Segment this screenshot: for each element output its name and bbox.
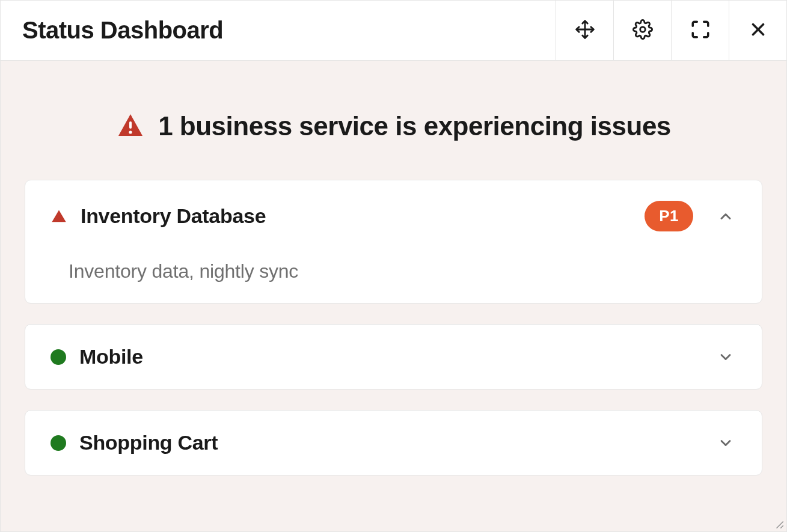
status-ok-icon	[51, 349, 66, 365]
svg-line-8	[780, 525, 783, 528]
service-row[interactable]: Shopping Cart	[51, 431, 736, 454]
move-button[interactable]	[556, 1, 613, 60]
chevron-down-icon	[715, 346, 736, 368]
status-banner: 1 business service is experiencing issue…	[25, 61, 762, 180]
fullscreen-icon	[690, 19, 711, 42]
service-row[interactable]: Mobile	[51, 345, 736, 368]
service-name: Mobile	[79, 345, 693, 368]
move-icon	[575, 19, 595, 42]
fullscreen-button[interactable]	[671, 1, 729, 60]
resize-handle[interactable]	[774, 519, 785, 530]
priority-badge: P1	[645, 201, 693, 231]
close-icon	[748, 19, 768, 42]
service-description: Inventory data, nightly sync	[51, 260, 736, 283]
header-bar: Status Dashboard	[1, 1, 786, 61]
status-dashboard-window: Status Dashboard	[0, 0, 787, 532]
gear-icon	[632, 19, 653, 42]
service-card-shopping-cart: Shopping Cart	[25, 410, 762, 475]
settings-button[interactable]	[613, 1, 671, 60]
service-card-inventory-database: Inventory Database P1 Inventory data, ni…	[25, 180, 762, 304]
svg-point-6	[129, 130, 132, 133]
header-buttons	[556, 1, 786, 60]
service-name: Shopping Cart	[79, 431, 693, 454]
alert-triangle-icon	[51, 208, 67, 225]
status-ok-icon	[51, 435, 66, 451]
chevron-down-icon	[715, 432, 736, 454]
chevron-up-icon	[715, 206, 736, 227]
service-row[interactable]: Inventory Database P1	[51, 201, 736, 231]
page-title: Status Dashboard	[1, 1, 556, 60]
content-area: 1 business service is experiencing issue…	[1, 61, 786, 531]
alert-triangle-icon	[116, 112, 145, 141]
svg-rect-5	[129, 121, 132, 129]
service-card-mobile: Mobile	[25, 324, 762, 390]
svg-point-2	[640, 26, 645, 32]
services-list: Inventory Database P1 Inventory data, ni…	[25, 180, 762, 500]
close-button[interactable]	[729, 1, 786, 60]
banner-text: 1 business service is experiencing issue…	[158, 111, 671, 141]
service-name: Inventory Database	[81, 204, 631, 228]
